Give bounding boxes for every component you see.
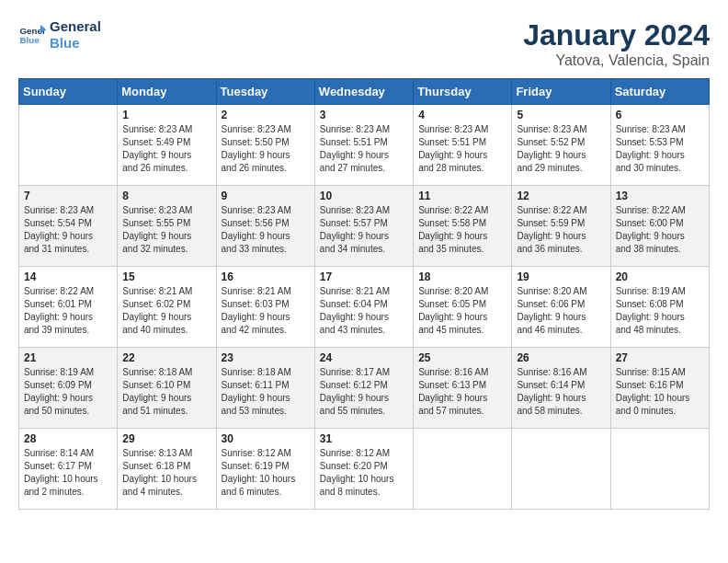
- day-info: Sunrise: 8:23 AM Sunset: 5:51 PM Dayligh…: [320, 123, 408, 175]
- calendar-cell: [414, 429, 512, 510]
- day-info: Sunrise: 8:23 AM Sunset: 5:55 PM Dayligh…: [122, 204, 210, 256]
- logo: General Blue General Blue: [18, 18, 101, 52]
- week-row-3: 21Sunrise: 8:19 AM Sunset: 6:09 PM Dayli…: [19, 348, 710, 429]
- day-number: 11: [418, 190, 506, 202]
- calendar-cell: 15Sunrise: 8:21 AM Sunset: 6:02 PM Dayli…: [118, 267, 216, 348]
- calendar-cell: 11Sunrise: 8:22 AM Sunset: 5:58 PM Dayli…: [414, 186, 512, 267]
- calendar-cell: 1Sunrise: 8:23 AM Sunset: 5:49 PM Daylig…: [118, 105, 216, 186]
- calendar-cell: 29Sunrise: 8:13 AM Sunset: 6:18 PM Dayli…: [118, 429, 216, 510]
- day-number: 17: [320, 270, 408, 283]
- calendar-cell: 5Sunrise: 8:23 AM Sunset: 5:52 PM Daylig…: [512, 105, 610, 186]
- header-tuesday: Tuesday: [216, 79, 314, 105]
- day-info: Sunrise: 8:12 AM Sunset: 6:19 PM Dayligh…: [222, 447, 310, 499]
- calendar-cell: 12Sunrise: 8:22 AM Sunset: 5:59 PM Dayli…: [512, 186, 610, 267]
- day-info: Sunrise: 8:22 AM Sunset: 5:58 PM Dayligh…: [418, 204, 506, 256]
- calendar-cell: [610, 429, 709, 510]
- day-info: Sunrise: 8:23 AM Sunset: 5:50 PM Dayligh…: [222, 123, 310, 175]
- day-number: 9: [222, 190, 310, 202]
- day-info: Sunrise: 8:22 AM Sunset: 6:00 PM Dayligh…: [616, 204, 704, 256]
- day-info: Sunrise: 8:20 AM Sunset: 6:06 PM Dayligh…: [517, 285, 605, 337]
- day-info: Sunrise: 8:21 AM Sunset: 6:02 PM Dayligh…: [122, 285, 210, 337]
- day-info: Sunrise: 8:16 AM Sunset: 6:14 PM Dayligh…: [517, 366, 605, 418]
- calendar-cell: 19Sunrise: 8:20 AM Sunset: 6:06 PM Dayli…: [512, 267, 610, 348]
- day-info: Sunrise: 8:23 AM Sunset: 5:56 PM Dayligh…: [222, 204, 310, 256]
- calendar-cell: 30Sunrise: 8:12 AM Sunset: 6:19 PM Dayli…: [216, 429, 314, 510]
- day-info: Sunrise: 8:13 AM Sunset: 6:18 PM Dayligh…: [122, 447, 210, 499]
- header-monday: Monday: [118, 79, 216, 105]
- day-info: Sunrise: 8:18 AM Sunset: 6:10 PM Dayligh…: [122, 366, 210, 418]
- day-number: 31: [320, 432, 408, 445]
- calendar-cell: 10Sunrise: 8:23 AM Sunset: 5:57 PM Dayli…: [314, 186, 413, 267]
- week-row-1: 7Sunrise: 8:23 AM Sunset: 5:54 PM Daylig…: [19, 186, 710, 267]
- day-info: Sunrise: 8:18 AM Sunset: 6:11 PM Dayligh…: [222, 366, 310, 418]
- calendar-cell: [19, 105, 118, 186]
- day-number: 22: [122, 351, 210, 364]
- month-title: January 2024: [523, 18, 710, 52]
- day-number: 26: [517, 351, 605, 364]
- day-info: Sunrise: 8:23 AM Sunset: 5:53 PM Dayligh…: [616, 123, 704, 175]
- header-friday: Friday: [512, 79, 610, 105]
- day-info: Sunrise: 8:16 AM Sunset: 6:13 PM Dayligh…: [418, 366, 506, 418]
- calendar-body: 1Sunrise: 8:23 AM Sunset: 5:49 PM Daylig…: [19, 105, 710, 510]
- day-number: 14: [24, 270, 112, 283]
- day-info: Sunrise: 8:21 AM Sunset: 6:03 PM Dayligh…: [222, 285, 310, 337]
- day-number: 5: [517, 109, 605, 121]
- calendar-cell: 22Sunrise: 8:18 AM Sunset: 6:10 PM Dayli…: [118, 348, 216, 429]
- calendar-header: SundayMondayTuesdayWednesdayThursdayFrid…: [19, 79, 710, 105]
- day-number: 4: [418, 109, 506, 121]
- day-info: Sunrise: 8:23 AM Sunset: 5:49 PM Dayligh…: [122, 123, 210, 175]
- day-info: Sunrise: 8:23 AM Sunset: 5:51 PM Dayligh…: [418, 123, 506, 175]
- day-number: 12: [517, 190, 605, 202]
- day-number: 1: [122, 109, 210, 121]
- day-info: Sunrise: 8:22 AM Sunset: 6:01 PM Dayligh…: [24, 285, 112, 337]
- page-header: General Blue General Blue January 2024 Y…: [18, 18, 710, 69]
- day-number: 2: [222, 109, 310, 121]
- day-number: 24: [320, 351, 408, 364]
- day-info: Sunrise: 8:23 AM Sunset: 5:54 PM Dayligh…: [24, 204, 112, 256]
- week-row-0: 1Sunrise: 8:23 AM Sunset: 5:49 PM Daylig…: [19, 105, 710, 186]
- calendar-cell: 17Sunrise: 8:21 AM Sunset: 6:04 PM Dayli…: [314, 267, 413, 348]
- calendar-table: SundayMondayTuesdayWednesdayThursdayFrid…: [18, 78, 710, 510]
- calendar-cell: 24Sunrise: 8:17 AM Sunset: 6:12 PM Dayli…: [314, 348, 413, 429]
- calendar-cell: 23Sunrise: 8:18 AM Sunset: 6:11 PM Dayli…: [216, 348, 314, 429]
- calendar-cell: 4Sunrise: 8:23 AM Sunset: 5:51 PM Daylig…: [414, 105, 512, 186]
- calendar-cell: 26Sunrise: 8:16 AM Sunset: 6:14 PM Dayli…: [512, 348, 610, 429]
- calendar-cell: 7Sunrise: 8:23 AM Sunset: 5:54 PM Daylig…: [19, 186, 118, 267]
- calendar-cell: [512, 429, 610, 510]
- day-info: Sunrise: 8:21 AM Sunset: 6:04 PM Dayligh…: [320, 285, 408, 337]
- day-info: Sunrise: 8:22 AM Sunset: 5:59 PM Dayligh…: [517, 204, 605, 256]
- header-thursday: Thursday: [414, 79, 512, 105]
- day-number: 6: [616, 109, 704, 121]
- header-wednesday: Wednesday: [314, 79, 413, 105]
- week-row-2: 14Sunrise: 8:22 AM Sunset: 6:01 PM Dayli…: [19, 267, 710, 348]
- day-number: 8: [122, 190, 210, 202]
- day-info: Sunrise: 8:20 AM Sunset: 6:05 PM Dayligh…: [418, 285, 506, 337]
- calendar-cell: 14Sunrise: 8:22 AM Sunset: 6:01 PM Dayli…: [19, 267, 118, 348]
- calendar-cell: 8Sunrise: 8:23 AM Sunset: 5:55 PM Daylig…: [118, 186, 216, 267]
- day-info: Sunrise: 8:23 AM Sunset: 5:57 PM Dayligh…: [320, 204, 408, 256]
- logo-icon: General Blue: [18, 21, 46, 49]
- day-number: 16: [222, 270, 310, 283]
- day-number: 19: [517, 270, 605, 283]
- week-row-4: 28Sunrise: 8:14 AM Sunset: 6:17 PM Dayli…: [19, 429, 710, 510]
- calendar-cell: 16Sunrise: 8:21 AM Sunset: 6:03 PM Dayli…: [216, 267, 314, 348]
- header-saturday: Saturday: [610, 79, 709, 105]
- day-number: 13: [616, 190, 704, 202]
- calendar-cell: 18Sunrise: 8:20 AM Sunset: 6:05 PM Dayli…: [414, 267, 512, 348]
- logo-text-blue: Blue: [50, 35, 101, 52]
- header-sunday: Sunday: [19, 79, 118, 105]
- calendar-cell: 27Sunrise: 8:15 AM Sunset: 6:16 PM Dayli…: [610, 348, 709, 429]
- day-info: Sunrise: 8:23 AM Sunset: 5:52 PM Dayligh…: [517, 123, 605, 175]
- calendar-cell: 3Sunrise: 8:23 AM Sunset: 5:51 PM Daylig…: [314, 105, 413, 186]
- location: Yatova, Valencia, Spain: [523, 52, 710, 69]
- day-info: Sunrise: 8:19 AM Sunset: 6:09 PM Dayligh…: [24, 366, 112, 418]
- day-number: 20: [616, 270, 704, 283]
- calendar-cell: 31Sunrise: 8:12 AM Sunset: 6:20 PM Dayli…: [314, 429, 413, 510]
- day-number: 18: [418, 270, 506, 283]
- calendar-cell: 2Sunrise: 8:23 AM Sunset: 5:50 PM Daylig…: [216, 105, 314, 186]
- day-info: Sunrise: 8:17 AM Sunset: 6:12 PM Dayligh…: [320, 366, 408, 418]
- day-number: 28: [24, 432, 112, 445]
- calendar-cell: 20Sunrise: 8:19 AM Sunset: 6:08 PM Dayli…: [610, 267, 709, 348]
- day-number: 10: [320, 190, 408, 202]
- logo-text-general: General: [50, 18, 101, 35]
